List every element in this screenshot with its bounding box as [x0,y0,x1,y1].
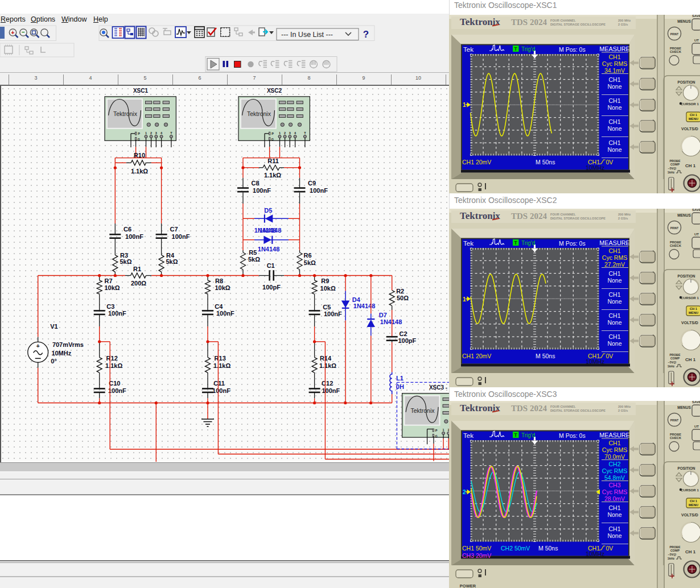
svg-text:3: 3 [289,131,291,135]
svg-text:1.1kΩ: 1.1kΩ [264,172,281,179]
svg-text:CH1: CH1 [608,97,620,104]
svg-text:10kΩ: 10kΩ [104,284,120,291]
svg-text:27.2mV: 27.2mV [604,261,625,268]
svg-text:CHECK: CHECK [670,436,681,440]
svg-text:200 MHz: 200 MHz [618,19,631,22]
svg-text:M 50ns: M 50ns [536,159,555,165]
svg-text:CH2: CH2 [608,461,620,467]
svg-text:CH1: CH1 [608,76,620,83]
svg-text:1kHz: 1kHz [668,557,675,560]
svg-text:100nF: 100nF [108,387,126,394]
svg-text:Trig'd: Trig'd [521,432,535,438]
svg-text:200Ω: 200Ω [131,280,146,287]
svg-text:CHECK: CHECK [670,244,681,247]
svg-text:Cyc RMS: Cyc RMS [602,446,627,453]
svg-text:M 50ns: M 50ns [536,353,555,359]
svg-text:P: P [435,429,438,432]
svg-text:54.8mV: 54.8mV [604,474,625,481]
svg-text:UT: UT [694,425,699,428]
svg-text:10kΩ: 10kΩ [215,284,230,291]
svg-text:C5: C5 [323,304,331,310]
svg-text:10MHz: 10MHz [51,350,71,357]
svg-text:100nF: 100nF [253,187,271,194]
svg-text:1N4148: 1N4148 [260,227,282,234]
svg-text:~5V@: ~5V@ [668,167,677,170]
svg-text:100nF: 100nF [108,310,126,317]
svg-text:FOUR CHANNEL: FOUR CHANNEL [550,405,576,408]
svg-text:CURSOR 1: CURSOR 1 [681,488,699,492]
svg-text:CH1: CH1 [608,333,620,340]
svg-text:G: G [138,138,140,141]
svg-text:100nF: 100nF [172,233,190,240]
svg-text:10MHz: 10MHz [586,164,604,171]
svg-text:2: 2 [284,131,286,135]
svg-text:T: T [514,46,518,52]
svg-text:1.1kΩ: 1.1kΩ [105,362,122,369]
svg-text:CH1 20mV: CH1 20mV [462,353,491,359]
svg-text:None: None [607,319,621,326]
svg-text:XSC2: XSC2 [267,88,282,94]
svg-text:SAVE: SAVE [692,15,700,18]
svg-text:None: None [607,340,621,347]
svg-text:FOUR CHANNEL: FOUR CHANNEL [550,213,576,216]
svg-text:MEASURE: MEASURE [599,45,629,52]
svg-text:PRINT: PRINT [670,419,678,422]
svg-text:CH 1: CH 1 [685,357,696,362]
svg-text:1N4148: 1N4148 [380,318,402,325]
svg-text:CH 1: CH 1 [685,549,696,554]
svg-text:DIGITAL STORAGE OSCILLOSCOPE: DIGITAL STORAGE OSCILLOSCOPE [550,217,606,220]
svg-text:CH1: CH1 [608,53,620,60]
svg-text:1.1kΩ: 1.1kΩ [213,362,230,369]
svg-text:UT: UT [694,39,699,42]
svg-text:C2: C2 [399,330,407,337]
svg-text:Tektronix: Tektronix [247,110,271,117]
svg-text:M Pos: 0s: M Pos: 0s [559,46,586,53]
svg-text:COMP: COMP [670,357,680,360]
svg-text:P: P [271,132,274,135]
svg-text:None: None [607,532,621,539]
svg-text:10MHz: 10MHz [586,550,604,557]
svg-text:SAVE: SAVE [692,401,700,404]
svg-text:0V: 0V [606,159,613,165]
svg-text:R2: R2 [396,288,404,295]
svg-text:CH3: CH3 [608,482,620,488]
svg-text:PRINT: PRINT [670,33,678,36]
svg-text:CH1: CH1 [608,525,620,532]
svg-text:100nF: 100nF [324,310,342,317]
svg-text:MENU: MENU [689,117,698,121]
svg-text:5kΩ: 5kΩ [120,258,131,265]
svg-text:100nF: 100nF [212,387,230,394]
svg-text:M Pos: 0s: M Pos: 0s [559,240,586,247]
svg-text:~5V@: ~5V@ [668,361,677,364]
svg-text:R3: R3 [120,252,128,259]
svg-text:5kΩ: 5kΩ [248,256,260,263]
svg-text:D7: D7 [379,312,387,318]
svg-text:34.1mV: 34.1mV [604,67,625,74]
svg-text:None: None [607,146,621,153]
svg-text:R13: R13 [215,355,226,362]
svg-text:R4: R4 [166,252,175,259]
svg-text:100nF: 100nF [216,310,234,317]
svg-text:POSITION: POSITION [677,80,695,84]
svg-text:C1: C1 [267,262,275,269]
svg-text:R6: R6 [303,252,311,259]
svg-text:MENUS: MENUS [677,19,691,23]
svg-text:XSC1: XSC1 [133,88,149,94]
svg-text:C11: C11 [213,380,225,387]
svg-text:2 GS/s: 2 GS/s [618,23,628,26]
svg-text:R1: R1 [133,266,141,272]
svg-text:C6: C6 [123,226,131,233]
svg-text:P: P [138,132,140,135]
svg-text:1.1kΩ: 1.1kΩ [319,362,336,369]
svg-text:CH1 50mV: CH1 50mV [462,545,491,552]
svg-text:POWER: POWER [460,583,476,588]
svg-text:Cyc RMS: Cyc RMS [602,488,627,495]
svg-text:CH1: CH1 [608,291,620,298]
svg-text:VOLTS/D: VOLTS/D [681,321,698,325]
svg-text:T: T [514,240,518,246]
svg-text:2 GS/s: 2 GS/s [618,217,628,220]
svg-text:2: 2 [150,131,152,135]
svg-text:XSC3 -: XSC3 - [429,384,447,391]
svg-text:Cyc RMS: Cyc RMS [602,254,627,261]
svg-text:None: None [607,104,621,111]
